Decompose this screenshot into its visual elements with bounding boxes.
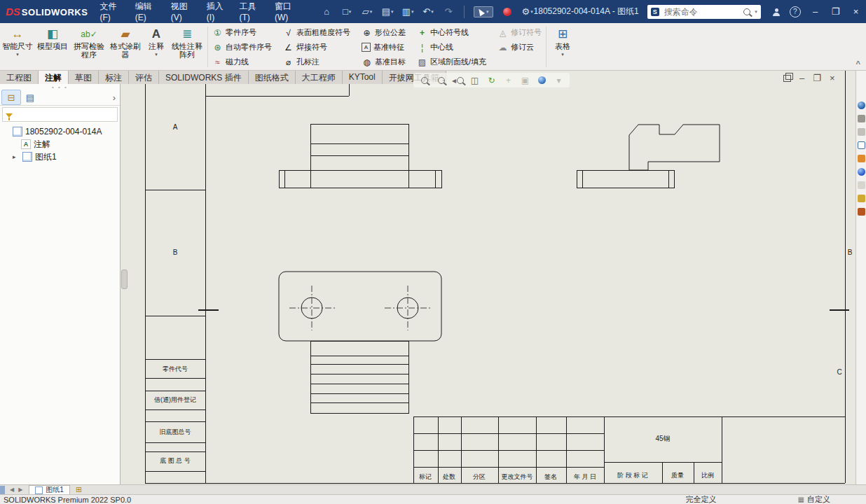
menu-insert[interactable]: 插入(I) bbox=[202, 0, 235, 24]
feature-tree-root-item[interactable]: 18052902-004-014A bbox=[0, 125, 120, 138]
red-sphere-icon bbox=[503, 8, 511, 16]
file-explorer-icon[interactable] bbox=[858, 128, 865, 136]
3dexperience-marketplace-button[interactable] bbox=[501, 6, 514, 18]
doc-restore-icon[interactable]: ❐ bbox=[813, 74, 821, 83]
design-library-icon[interactable] bbox=[858, 115, 865, 122]
tab-sketch[interactable]: 草图 bbox=[69, 71, 99, 84]
search-dropdown-icon[interactable]: ▾ bbox=[755, 9, 757, 15]
menu-tools[interactable]: 工具(T) bbox=[235, 0, 270, 24]
doc-close-icon[interactable]: × bbox=[830, 74, 835, 83]
feature-tree-filter-input[interactable] bbox=[16, 110, 114, 120]
menu-file[interactable]: 文件(F) bbox=[95, 0, 130, 24]
tab-kytool[interactable]: KYTool bbox=[343, 71, 383, 84]
magnetic-line-button[interactable]: ≈磁力线 bbox=[212, 57, 272, 67]
scroll-left-icon[interactable]: ◀ bbox=[8, 486, 16, 493]
scrollbar-grip[interactable] bbox=[0, 486, 5, 494]
hide-show-items-icon[interactable] bbox=[537, 75, 547, 85]
command-search-box[interactable]: S ▾ bbox=[647, 5, 761, 19]
center-mark-button[interactable]: +中心符号线 bbox=[417, 27, 486, 38]
save-button[interactable]: ▤▾ bbox=[381, 6, 394, 18]
section-view-icon[interactable]: ◫ bbox=[469, 75, 480, 85]
view-settings-icon[interactable]: ▾ bbox=[554, 75, 564, 85]
chevron-down-icon[interactable]: ▾ bbox=[561, 50, 564, 59]
menu-window[interactable]: 窗口(W) bbox=[270, 0, 308, 24]
command-search-input[interactable] bbox=[663, 6, 740, 18]
new-document-button[interactable]: □▾ bbox=[341, 6, 353, 18]
auto-balloon-button[interactable]: ⊛自动零件序号 bbox=[212, 42, 272, 52]
feature-tree-filter[interactable] bbox=[2, 107, 118, 122]
previous-view-icon[interactable]: ◂ bbox=[453, 75, 463, 85]
solidworks-resources-icon[interactable] bbox=[858, 102, 865, 109]
tab-evaluate[interactable]: 评估 bbox=[129, 71, 159, 84]
datum-target-button[interactable]: ◍基准目标 bbox=[362, 57, 406, 67]
datum-feature-button[interactable]: A基准特征 bbox=[362, 42, 406, 52]
feature-manager-tab[interactable]: ⊟ bbox=[1, 90, 21, 105]
panel-expand-chevron-icon[interactable]: › bbox=[110, 92, 118, 103]
select-tool-button[interactable]: ▾ bbox=[474, 6, 493, 18]
tab-annotation[interactable]: 注解 bbox=[39, 71, 69, 84]
expand-arrow-icon[interactable]: ▸ bbox=[13, 153, 20, 160]
doc-minimize-icon[interactable]: – bbox=[799, 74, 804, 83]
format-painter-button[interactable]: ▰ 格式涂刷器 bbox=[108, 25, 143, 59]
menu-view[interactable]: 视图(V) bbox=[166, 0, 202, 24]
tab-drawing[interactable]: 工程图 bbox=[0, 71, 39, 84]
search-icon[interactable] bbox=[743, 8, 750, 15]
surface-finish-button[interactable]: √表面粗糙度符号 bbox=[283, 27, 350, 38]
display-manager-tab[interactable]: ▤ bbox=[21, 90, 39, 104]
print-button[interactable]: ▥▾ bbox=[401, 6, 414, 18]
graphics-area[interactable]: A B B C 零件代号 借(通)用件登记 旧底图总号 底 图 总 号 标记 处… bbox=[121, 71, 855, 484]
options-button[interactable]: ⚙▾ bbox=[521, 6, 534, 18]
zoom-fit-icon[interactable] bbox=[419, 75, 429, 85]
gtol-button[interactable]: ⊕形位公差 bbox=[362, 27, 406, 38]
centerline-button[interactable]: ¦中心线 bbox=[417, 42, 486, 52]
status-customize-button[interactable]: ▦ 自定义 bbox=[798, 494, 830, 504]
spell-checker-button[interactable]: ab✓ 拼写检验程序 bbox=[70, 25, 108, 59]
display-style-icon[interactable]: ▣ bbox=[520, 75, 530, 85]
linear-note-pattern-button[interactable]: ≣ 线性注释阵列 bbox=[170, 25, 205, 59]
view-palette-icon[interactable] bbox=[858, 141, 865, 149]
chevron-down-icon[interactable]: ▾ bbox=[16, 50, 19, 59]
add-sheet-button[interactable]: ⊞ bbox=[76, 485, 82, 494]
appearances-scenes-icon[interactable] bbox=[858, 155, 865, 162]
tab-sheet-format[interactable]: 图纸格式 bbox=[249, 71, 296, 84]
window-close-button[interactable]: × bbox=[846, 0, 866, 23]
panel-grip[interactable]: • • • bbox=[0, 84, 120, 90]
tab-markup[interactable]: 标注 bbox=[99, 71, 129, 84]
undo-button[interactable]: ↶▾ bbox=[422, 6, 434, 18]
feature-tree-sheet-item[interactable]: ▸ 图纸1 bbox=[0, 150, 120, 163]
chevron-down-icon[interactable]: ▾ bbox=[155, 50, 158, 59]
ribbon-collapse-chevron-icon[interactable]: ^ bbox=[856, 59, 860, 68]
hole-callout-button[interactable]: ⌀孔标注 bbox=[283, 57, 350, 67]
window-maximize-button[interactable]: ❐ bbox=[825, 0, 846, 23]
balloon-button[interactable]: ①零件序号 bbox=[212, 27, 272, 38]
menu-edit[interactable]: 编辑(E) bbox=[130, 0, 166, 24]
solidworks-forum-icon[interactable] bbox=[858, 181, 865, 189]
view-orientation-icon[interactable]: ↻ bbox=[486, 75, 497, 85]
weld-symbol-button[interactable]: ∠焊接符号 bbox=[283, 42, 350, 52]
redo-button[interactable]: ↷ bbox=[442, 6, 455, 18]
tab-solidworks-addins[interactable]: SOLIDWORKS 插件 bbox=[159, 71, 249, 84]
pan-icon[interactable]: + bbox=[503, 75, 514, 85]
smart-dimension-button[interactable]: ↔ 智能尺寸 ▾ bbox=[0, 25, 35, 59]
area-hatch-button[interactable]: ▨区域剖面线/填充 bbox=[417, 57, 486, 67]
feature-tree-annotations-item[interactable]: A 注解 bbox=[0, 138, 120, 150]
zoom-area-icon[interactable]: ▫ bbox=[436, 75, 446, 85]
scroll-right-icon[interactable]: ▶ bbox=[16, 486, 25, 493]
tab-big-engineer[interactable]: 大工程师 bbox=[296, 71, 343, 84]
window-cascade-icon[interactable] bbox=[783, 75, 791, 82]
tables-button[interactable]: ⊞ 表格 ▾ bbox=[549, 25, 576, 59]
home-button[interactable]: ⌂ bbox=[320, 6, 333, 18]
account-button[interactable] bbox=[771, 6, 783, 18]
user-library-icon[interactable] bbox=[858, 195, 865, 202]
help-button[interactable]: ? bbox=[789, 6, 801, 18]
open-document-button[interactable]: ▱▾ bbox=[361, 6, 373, 18]
window-minimize-button[interactable]: – bbox=[805, 0, 825, 23]
note-button[interactable]: A 注释 ▾ bbox=[143, 25, 170, 59]
subscription-services-icon[interactable] bbox=[858, 208, 865, 216]
revision-cloud-button[interactable]: ☁修订云 bbox=[497, 42, 542, 52]
custom-properties-icon[interactable] bbox=[858, 168, 865, 176]
model-items-button[interactable]: ◧ 模型项目 bbox=[35, 25, 70, 51]
panel-splitter-handle[interactable] bbox=[121, 270, 128, 289]
drawing-sheet[interactable]: A B B C 零件代号 借(通)用件登记 旧底图总号 底 图 总 号 标记 处… bbox=[121, 71, 855, 484]
sheet-tab-sheet1[interactable]: 图纸1 bbox=[29, 485, 70, 495]
